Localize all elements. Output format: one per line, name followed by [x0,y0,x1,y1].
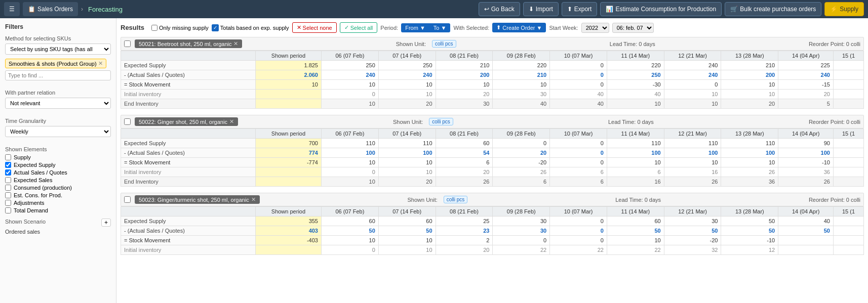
element-expected-sales-label: Expected Sales [14,177,52,183]
results-header: Results Only missing supply ✓ Totals bas… [121,22,864,33]
col-header-09: 09 (28 Feb) [493,129,550,139]
granularity-label: Time Granularity [5,118,111,124]
period-from-button[interactable]: From ▼ [401,23,429,32]
product-checkbox-50021[interactable] [124,40,131,47]
element-adjustments-checkbox[interactable] [5,200,11,206]
col-header-10: 10 (07 Mar) [550,207,607,217]
element-supply-checkbox[interactable] [5,154,11,160]
table-row: - (Actual Sales / Quotes) 774 1001005420… [121,148,864,158]
nav-menu-button[interactable]: ☰ [4,2,20,16]
totals-based-label: ✓ Totals based on exp. supply [212,24,289,31]
col-header-row-label [121,51,256,61]
year-select[interactable]: 2022 [581,23,609,33]
select-none-button[interactable]: ✕ Select none [292,22,337,33]
table-row: Expected Supply 355 60602530060305040 [121,217,864,226]
create-order-button[interactable]: ⬆ Create Order ▼ [492,23,546,32]
data-table-50021: Shown period 06 (07 Feb) 07 (14 Feb) 08 … [121,51,864,109]
tag-label: Smoothies & shots (Product Group) [9,61,97,67]
unit-badge-50023: colli pcs [444,196,468,203]
search-input[interactable] [5,70,111,80]
table-row: = Stock Movement -774 10106-200101010-10 [121,158,864,167]
sales-orders-button[interactable]: 📋 Sales Orders [23,2,78,16]
reorder-point-50021: Reorder Point: 0 colli [809,41,860,47]
shown-scenario-section: Shown Scenario + Ordered sales [5,219,111,235]
breadcrumb: Forecasting [88,6,123,13]
col-header-10: 10 (07 Mar) [550,129,607,139]
element-expected-supply-checkbox[interactable] [5,162,11,168]
granularity-section: Time Granularity Weekly [5,118,111,141]
shown-unit-label-50021: Shown Unit: [396,41,426,47]
col-header-09: 09 (28 Feb) [493,207,550,217]
element-consumed-checkbox[interactable] [5,185,11,191]
table-row: Expected Supply 1.825 250250210220022024… [121,61,864,70]
product-block-50022: 50022: Ginger shot, 250 ml, organic ✕ Sh… [121,115,864,187]
partner-select[interactable]: Not relevant [5,98,111,109]
supply-button[interactable]: ⚡ Supply [824,2,864,16]
product-badge-close-icon[interactable]: ✕ [233,40,238,47]
reorder-point-50023: Reorder Point: 0 colli [809,197,860,203]
create-order-icon: ⬆ [496,24,501,31]
add-scenario-button[interactable]: + [101,219,111,227]
col-header-12: 12 (21 Mar) [664,129,721,139]
col-header-12: 12 (21 Mar) [664,51,721,61]
reorder-point-50022: Reorder Point: 0 colli [809,119,860,125]
content-area: Results Only missing supply ✓ Totals bas… [116,18,868,303]
product-checkbox-50022[interactable] [124,118,131,125]
only-missing-supply-checkbox[interactable] [151,25,157,31]
col-header-row-label [121,207,256,217]
menu-icon: ☰ [9,6,15,13]
partner-section: With partner relation Not relevant [5,90,111,113]
col-header-14: 14 (04 Apr) [778,129,834,139]
go-back-button[interactable]: ↩ Go Back [479,2,520,16]
bulk-create-button[interactable]: 🛒 Bulk create purchase orders [725,2,821,16]
product-header-50021: 50021: Beetroot shot, 250 ml, organic ✕ … [121,37,864,51]
granularity-select[interactable]: Weekly [5,126,111,137]
unit-badge-50022: colli pcs [429,118,453,125]
filters-title: Filters [5,23,111,30]
table-row: = Stock Movement -403 101020010-20-10 [121,236,864,245]
unit-badge-50021: colli pcs [432,40,456,48]
method-select[interactable]: Select by using SKU tags (has all [5,44,111,55]
element-expected-sales-checkbox[interactable] [5,177,11,183]
import-button[interactable]: ⬇ Import [523,2,559,16]
col-header-07: 07 (14 Feb) [378,207,436,217]
tag-remove-icon[interactable]: ✕ [98,60,103,67]
lead-time-50023: Lead Time: 0 days [615,197,661,203]
col-header-15: 15 (1 [833,129,863,139]
week-select[interactable]: 06: feb. 07 [612,23,654,33]
product-badge-close-icon[interactable]: ✕ [229,118,234,125]
product-badge-close-icon[interactable]: ✕ [251,196,256,203]
element-total-demand-checkbox[interactable] [5,207,11,213]
period-buttons: From ▼ To ▼ [401,23,450,32]
element-expected-sales-row: Expected Sales [5,177,111,183]
totals-based-checkbox[interactable]: ✓ [212,24,219,31]
col-header-11: 11 (14 Mar) [607,51,664,61]
select-all-button[interactable]: ✓ Select all [340,22,378,33]
product-badge-50021: 50021: Beetroot shot, 250 ml, organic ✕ [135,39,242,48]
element-adjustments-label: Adjustments [14,200,45,206]
period-to-button[interactable]: To ▼ [429,23,451,32]
export-icon: ⬆ [567,6,572,13]
supply-icon: ⚡ [830,6,838,13]
product-block-50021: 50021: Beetroot shot, 250 ml, organic ✕ … [121,37,864,109]
col-header-14: 14 (04 Apr) [778,51,834,61]
element-supply-row: Supply [5,154,111,160]
estimate-button[interactable]: 📊 Estimate Consumption for Production [600,2,722,16]
breadcrumb-separator: › [81,6,83,13]
export-button[interactable]: ⬆ Export [562,2,598,16]
col-header-13: 13 (28 Mar) [721,129,778,139]
element-actual-sales-checkbox[interactable] [5,169,11,176]
element-est-cons-row: Est. Cons. for Prod. [5,192,111,198]
col-header-08: 08 (21 Feb) [436,207,493,217]
product-block-50023: 50023: Ginger/turmeric shot, 250 ml, org… [121,193,864,255]
element-est-cons-checkbox[interactable] [5,192,11,198]
element-actual-sales-label: Actual Sales / Quotes [14,169,67,176]
table-row: Initial inventory 010202222223212 [121,245,864,255]
method-label: Method for selecting SKUs [5,35,111,41]
col-header-15: 15 (1 [833,51,863,61]
col-header-14: 14 (04 Apr) [778,207,834,217]
col-header-shown-period: Shown period [255,51,321,61]
lead-time-50021: Lead Time: 0 days [610,41,655,47]
product-checkbox-50023[interactable] [124,196,131,203]
table-row: - (Actual Sales / Quotes) 403 5050233005… [121,226,864,236]
